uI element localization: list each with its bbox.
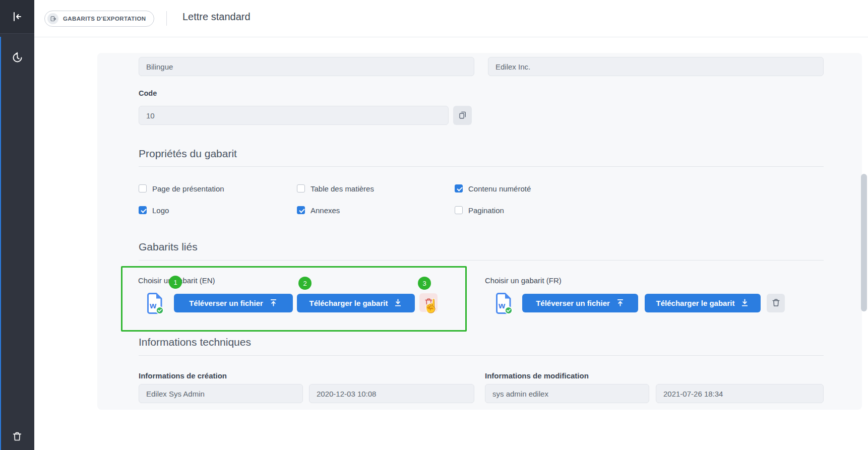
checkbox-page-presentation[interactable]: Page de présentation [139,184,224,193]
checkbox-pagination[interactable]: Pagination [455,206,504,215]
checkbox-box [297,184,305,192]
modification-user-field[interactable] [485,384,649,403]
download-icon [740,298,749,308]
trash-icon [424,297,433,308]
download-template-en-button[interactable]: Télécharger le gabarit [297,294,415,312]
delete-template-en-button[interactable] [419,293,438,312]
modification-date-field[interactable] [656,384,824,403]
vertical-scrollbar-thumb[interactable] [861,174,867,311]
divider [139,166,824,167]
word-file-icon: w [495,292,513,314]
download-button-label: Télécharger le gabarit [309,299,388,307]
language-field[interactable] [139,57,474,76]
checkbox-logo[interactable]: Logo [139,206,169,215]
checkbox-numbered-content[interactable]: Contenu numéroté [455,184,531,193]
checkbox-box [455,206,463,214]
modification-info-label: Informations de modification [485,371,589,380]
upload-file-en-button[interactable]: Téléverser un fichier [174,294,293,312]
upload-icon [269,298,278,308]
checkbox-label: Table des matières [311,184,374,193]
svg-text:w: w [498,301,506,310]
organization-field[interactable] [488,57,824,76]
checkbox-box [455,184,463,192]
download-template-fr-button[interactable]: Télécharger le gabarit [645,294,761,312]
checkbox-label: Pagination [468,206,504,215]
delete-template-fr-button[interactable] [767,294,785,312]
section-title-linked-templates: Gabarits liés [139,241,198,253]
upload-file-fr-button[interactable]: Téléverser un fichier [522,294,638,312]
svg-text:w: w [149,301,157,310]
checkbox-label: Contenu numéroté [468,184,531,193]
divider [139,260,824,261]
creation-date-field[interactable] [309,384,474,403]
upload-icon [616,298,625,308]
copy-code-button[interactable] [453,106,472,125]
history-icon [11,51,24,64]
creation-info-label: Informations de création [139,371,227,380]
checkbox-box [139,206,147,214]
sidebar [0,0,34,450]
history-button[interactable] [6,46,28,69]
download-icon [394,298,402,308]
trash-icon [12,431,23,442]
divider [166,11,167,26]
checkbox-label: Annexes [311,206,340,215]
choose-template-fr-label: Choisir un gabarit (FR) [485,276,562,285]
checkbox-label: Logo [152,206,169,215]
choose-template-en-label: Choisir un gabarit (EN) [138,276,215,285]
collapse-icon [11,11,23,23]
download-button-label: Télécharger le gabarit [656,299,735,307]
document-export-icon [47,13,58,24]
creation-user-field[interactable] [139,384,303,403]
code-label: Code [139,89,157,97]
section-title-properties: Propriétés du gabarit [139,148,237,160]
sidebar-accent-stripe [0,37,1,450]
delete-template-button[interactable] [6,425,28,447]
upload-button-label: Téléverser un fichier [189,299,263,307]
collapse-sidebar-button[interactable] [6,6,28,28]
trash-icon [771,298,781,309]
page-title: Lettre standard [182,11,251,23]
upload-button-label: Téléverser un fichier [536,299,610,307]
checkbox-table-of-contents[interactable]: Table des matières [297,184,374,193]
divider [139,355,824,356]
section-title-tech-info: Informations techniques [139,336,251,348]
checkbox-annexes[interactable]: Annexes [297,206,340,215]
checkbox-box [297,206,305,214]
breadcrumb-export-templates[interactable]: GABARITS D'EXPORTATION [44,11,154,27]
checkbox-label: Page de présentation [152,184,224,193]
code-field[interactable] [139,106,449,125]
word-file-icon: w [147,292,164,314]
copy-icon [458,110,467,121]
breadcrumb-label: GABARITS D'EXPORTATION [63,16,146,22]
top-header: GABARITS D'EXPORTATION Lettre standard [34,0,868,37]
checkbox-box [139,184,147,192]
app-window: GABARITS D'EXPORTATION Lettre standard C… [0,0,868,450]
divider [0,33,34,34]
